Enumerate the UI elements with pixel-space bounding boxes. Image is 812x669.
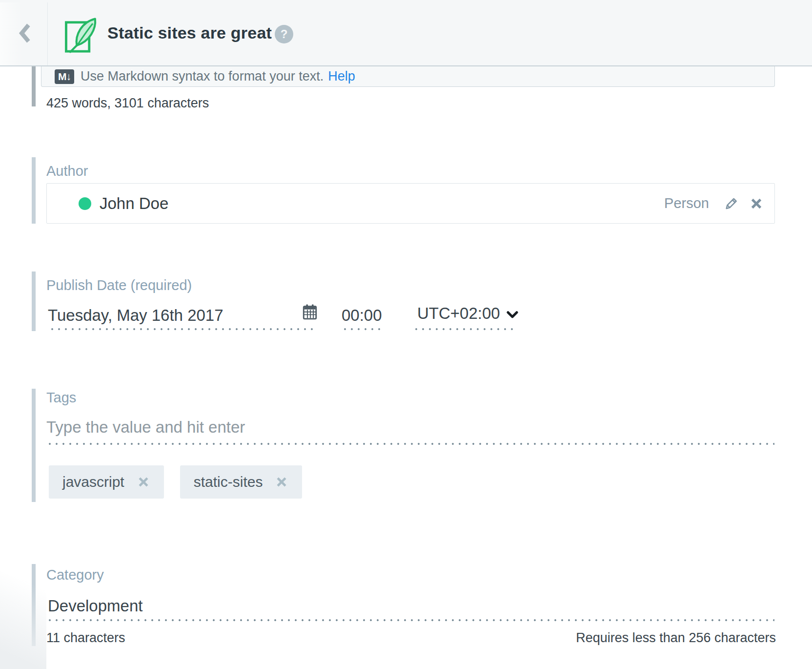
page-title: Static sites are great — [107, 24, 272, 41]
help-glyph: ? — [281, 27, 288, 41]
publish-date-field-label: Publish Date (required) — [46, 278, 192, 293]
field-accent-bar-author — [32, 157, 36, 224]
category-underline — [46, 619, 774, 621]
category-input[interactable] — [48, 597, 536, 615]
category-field-label: Category — [46, 568, 104, 582]
markdown-help-link[interactable]: Help — [328, 69, 355, 84]
question-mark-icon[interactable]: ? — [275, 25, 293, 43]
x-icon[interactable] — [275, 475, 288, 489]
publish-time-input[interactable] — [342, 306, 395, 325]
category-requirement: Requires less than 256 characters — [576, 631, 776, 645]
author-relation-box[interactable]: John Doe Person — [46, 183, 775, 224]
tag-chip: javascript — [49, 465, 164, 499]
tag-chip: static-sites — [180, 465, 303, 499]
tag-chip-label: javascript — [62, 475, 124, 489]
feather-document-icon — [63, 15, 100, 54]
category-char-count: 11 characters — [46, 631, 125, 645]
publish-date-input[interactable] — [48, 306, 294, 325]
chevron-left-icon — [18, 23, 31, 43]
author-type-badge: Person — [664, 195, 709, 211]
date-underline — [49, 328, 316, 330]
author-field-label: Author — [46, 164, 88, 178]
timezone-dropdown[interactable]: UTC+02:00 — [417, 305, 518, 321]
x-icon[interactable] — [137, 475, 150, 489]
status-dot-icon — [79, 197, 91, 210]
tags-underline — [46, 443, 774, 445]
tag-chip-list: javascript static-sites — [49, 465, 302, 499]
field-accent-bar-publish-date — [32, 272, 36, 331]
markdown-hint-text: Use Markdown syntax to format your text. — [81, 69, 324, 84]
field-accent-bar-markdown — [32, 66, 36, 106]
author-name: John Doe — [100, 194, 664, 213]
back-button[interactable] — [15, 21, 34, 45]
word-count: 425 words, 3101 characters — [46, 97, 209, 110]
timezone-value: UTC+02:00 — [417, 305, 500, 321]
chevron-down-icon — [507, 311, 518, 318]
timezone-underline — [413, 328, 516, 330]
markdown-icon: M↓ — [55, 69, 74, 84]
tags-input[interactable] — [46, 418, 534, 437]
tags-field-label: Tags — [46, 391, 76, 405]
markdown-hint-bar: M↓ Use Markdown syntax to format your te… — [41, 66, 775, 87]
field-accent-bar-category — [32, 564, 36, 646]
time-underline — [342, 328, 384, 330]
corner-shadow — [0, 508, 46, 669]
pencil-icon[interactable] — [724, 196, 738, 211]
tag-chip-label: static-sites — [194, 475, 263, 489]
x-icon[interactable] — [749, 196, 764, 211]
field-accent-bar-tags — [32, 389, 36, 502]
header-divider — [47, 2, 48, 65]
calendar-icon[interactable] — [302, 303, 318, 320]
